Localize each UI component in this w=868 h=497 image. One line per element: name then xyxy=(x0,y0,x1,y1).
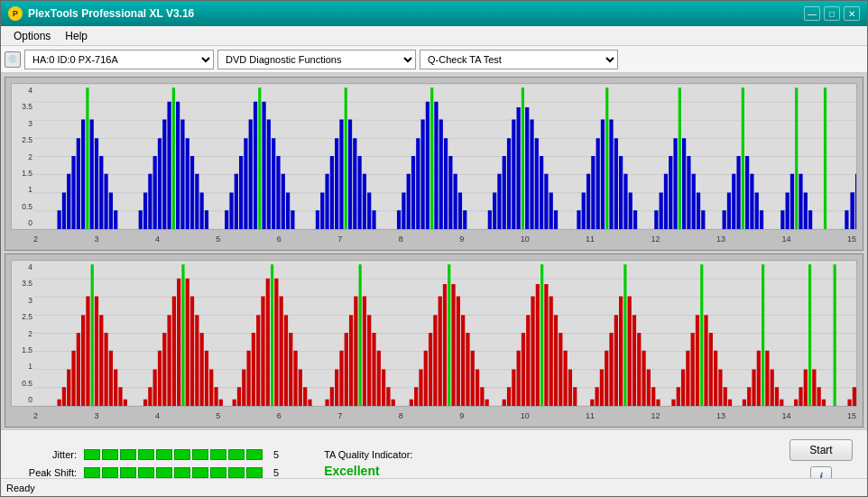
svg-rect-11 xyxy=(67,174,70,229)
test-select[interactable]: Q-Check TA Test xyxy=(420,50,618,69)
svg-rect-233 xyxy=(517,351,521,406)
svg-rect-38 xyxy=(229,192,233,229)
svg-rect-196 xyxy=(303,387,307,406)
svg-rect-176 xyxy=(200,333,204,406)
svg-rect-34 xyxy=(195,174,199,229)
svg-rect-202 xyxy=(345,333,348,406)
svg-rect-82 xyxy=(497,174,501,229)
svg-rect-17 xyxy=(95,138,98,229)
svg-rect-177 xyxy=(205,351,208,406)
svg-rect-278 xyxy=(762,264,764,406)
top-chart-x-axis: 2 3 4 5 6 7 8 9 10 11 12 13 14 15 xyxy=(33,235,856,244)
svg-rect-22 xyxy=(139,210,143,229)
svg-rect-182 xyxy=(237,387,241,406)
function-select[interactable]: DVD Diagnostic Functions xyxy=(217,50,416,69)
svg-rect-90 xyxy=(535,138,539,229)
svg-rect-242 xyxy=(559,333,562,406)
svg-rect-43 xyxy=(254,102,257,229)
svg-rect-203 xyxy=(349,315,353,406)
close-button[interactable]: ✕ xyxy=(844,6,860,21)
start-button[interactable]: Start xyxy=(790,439,853,461)
svg-rect-271 xyxy=(718,369,722,406)
toolbar: 💿 HA:0 ID:0 PX-716A DVD Diagnostic Funct… xyxy=(1,46,867,73)
svg-rect-51 xyxy=(291,210,294,229)
menu-options[interactable]: Options xyxy=(6,28,58,44)
svg-rect-160 xyxy=(109,351,113,406)
svg-rect-162 xyxy=(118,387,122,406)
svg-rect-40 xyxy=(239,156,243,229)
svg-rect-236 xyxy=(531,296,534,406)
jitter-bar-4 xyxy=(138,449,154,460)
svg-rect-204 xyxy=(354,296,357,406)
svg-rect-76 xyxy=(448,156,452,229)
menu-help[interactable]: Help xyxy=(58,28,95,44)
svg-rect-274 xyxy=(743,400,746,406)
svg-rect-255 xyxy=(633,315,636,406)
svg-rect-18 xyxy=(99,156,103,229)
svg-rect-175 xyxy=(195,315,199,406)
svg-rect-280 xyxy=(771,369,774,406)
svg-rect-9 xyxy=(58,210,61,229)
svg-rect-191 xyxy=(280,296,283,406)
peak-shift-bar-4 xyxy=(138,467,154,478)
svg-rect-58 xyxy=(345,87,347,229)
svg-rect-154 xyxy=(81,315,85,406)
svg-rect-231 xyxy=(507,387,511,406)
svg-rect-262 xyxy=(677,387,680,406)
minimize-button[interactable]: — xyxy=(804,6,820,21)
svg-rect-209 xyxy=(377,351,381,406)
device-select[interactable]: HA:0 ID:0 PX-716A xyxy=(24,50,214,69)
svg-rect-29 xyxy=(172,87,175,229)
svg-rect-200 xyxy=(335,369,338,406)
top-chart-inner: 4 3.5 3 2.5 2 1.5 1 0.5 0 xyxy=(11,83,857,230)
peak-shift-bar-1 xyxy=(84,467,100,478)
svg-rect-41 xyxy=(244,138,247,229)
maximize-button[interactable]: □ xyxy=(824,6,840,21)
jitter-bar-5 xyxy=(156,449,172,460)
svg-rect-206 xyxy=(363,296,366,406)
jitter-bar-2 xyxy=(102,449,118,460)
svg-rect-93 xyxy=(549,192,553,229)
svg-rect-117 xyxy=(697,192,700,229)
svg-rect-179 xyxy=(214,387,217,406)
jitter-bar-1 xyxy=(84,449,100,460)
peak-shift-bar-3 xyxy=(120,467,136,478)
peak-shift-row: Peak Shift: 5 xyxy=(15,467,279,478)
svg-rect-194 xyxy=(293,351,297,406)
svg-rect-65 xyxy=(397,210,401,229)
svg-rect-180 xyxy=(219,400,223,406)
svg-rect-224 xyxy=(461,315,465,406)
svg-rect-77 xyxy=(454,174,457,229)
svg-rect-282 xyxy=(780,400,783,406)
svg-rect-273 xyxy=(728,400,732,406)
svg-rect-292 xyxy=(834,264,836,406)
svg-rect-237 xyxy=(536,284,540,406)
svg-rect-290 xyxy=(847,400,851,406)
svg-rect-215 xyxy=(419,369,422,406)
svg-rect-190 xyxy=(274,279,278,406)
svg-rect-15 xyxy=(86,87,88,229)
svg-rect-122 xyxy=(736,156,740,229)
svg-rect-277 xyxy=(757,351,761,406)
svg-rect-241 xyxy=(554,315,558,406)
svg-rect-264 xyxy=(686,351,689,406)
svg-rect-228 xyxy=(480,387,484,406)
svg-rect-99 xyxy=(596,138,600,229)
device-icon: 💿 xyxy=(5,51,21,68)
svg-rect-268 xyxy=(704,315,707,406)
svg-rect-201 xyxy=(339,351,343,406)
svg-rect-165 xyxy=(148,387,152,406)
peak-shift-bar-5 xyxy=(156,467,172,478)
svg-rect-44 xyxy=(258,87,261,229)
svg-rect-185 xyxy=(252,333,255,406)
svg-rect-94 xyxy=(554,210,558,229)
svg-rect-227 xyxy=(476,369,479,406)
svg-rect-281 xyxy=(775,387,779,406)
svg-rect-30 xyxy=(176,102,180,229)
svg-rect-163 xyxy=(124,400,127,406)
top-chart-container: 4 3.5 3 2.5 2 1.5 1 0.5 0 xyxy=(5,77,863,251)
svg-rect-100 xyxy=(601,119,605,229)
svg-rect-98 xyxy=(591,156,595,229)
svg-rect-251 xyxy=(614,315,618,406)
top-chart-y-axis: 4 3.5 3 2.5 2 1.5 1 0.5 0 xyxy=(12,84,33,229)
